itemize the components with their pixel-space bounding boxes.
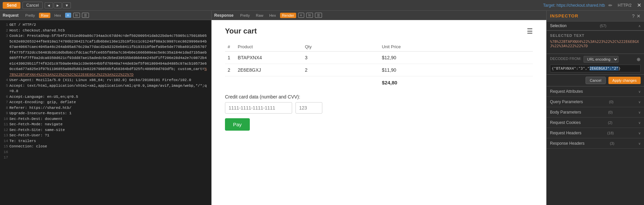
total-value: $24,80 — [379, 76, 533, 89]
col-header-product: Product — [235, 42, 302, 52]
selected-text-title: SELECTED TEXT — [550, 33, 641, 38]
inspector-panel: INSPECTOR ? ✕ Selection (57) ∧ SELECTED … — [547, 11, 644, 205]
request-cookies-label: Request Cookies — [550, 120, 581, 125]
main-layout: Request Pretty Raw Hex ≡ \n ☰ 1 GET / HT… — [0, 11, 644, 205]
request-code-area: 1 GET / HTTP/2 2 Host: checkout.shared.h… — [0, 20, 211, 205]
row1-qty: 3 — [302, 52, 379, 64]
tab-raw-request[interactable]: Raw — [39, 13, 50, 18]
tab-icon-nl-request[interactable]: \n — [73, 13, 80, 18]
inspector-help-button[interactable]: ? — [632, 13, 635, 19]
cart-table: # Product Qty Unit Price 1 BTAPXNX4 3 $1… — [225, 42, 533, 89]
body-params-label: Body Parameters — [550, 110, 581, 115]
response-panel: Response Pretty Raw Hex Render ≡ \n ☰ Yo… — [212, 11, 547, 205]
request-cookies-count: (2) — [608, 121, 612, 125]
tab-hex-request[interactable]: Hex — [52, 13, 63, 18]
code-line-8: 8 Referer: https://shared.htb/ — [3, 105, 209, 111]
collapsible-request-attributes: Request Attributes ∨ — [547, 86, 644, 97]
col-header-qty: Qty — [302, 42, 379, 52]
tab-pretty-request[interactable]: Pretty — [23, 13, 37, 18]
row2-product: 2E6E8GXJ — [235, 64, 302, 76]
collapsible-query-params: Query Parameters (0) ∨ — [547, 97, 644, 107]
card-number-input[interactable] — [225, 102, 292, 114]
request-headers-header[interactable]: Request Headers (18) ∨ — [547, 128, 644, 138]
add-decoded-button[interactable]: ⊕ — [637, 57, 641, 62]
selection-row[interactable]: Selection (57) ∧ — [547, 21, 644, 30]
top-bar: Send Cancel ◄ ► ▼ Target: https://checko… — [0, 0, 644, 11]
body-params-count: (0) — [608, 110, 612, 114]
cart-container: Your cart ☰ # Product Qty Unit Price — [212, 20, 546, 137]
decoded-section: DECODED FROM: URL encoding ⊕ {"BTAPXNX4"… — [547, 54, 644, 75]
hamburger-icon[interactable]: ☰ — [527, 27, 533, 35]
response-headers-header[interactable]: Response Headers (3) ∨ — [547, 138, 644, 148]
cart-title: Your cart — [225, 27, 257, 36]
cvv-input[interactable] — [295, 102, 322, 114]
pay-button[interactable]: Pay — [225, 118, 250, 131]
selection-section: Selection (57) ∧ — [547, 21, 644, 31]
query-params-header[interactable]: Query Parameters (0) ∨ — [547, 97, 644, 107]
request-panel-header: Request Pretty Raw Hex ≡ \n ☰ — [0, 11, 211, 20]
code-line-17: 17 — [3, 155, 209, 160]
target-prefix: Target: — [543, 3, 557, 8]
code-line-7: 7 Accept-Encoding: gzip, deflate — [3, 99, 209, 105]
cart-header: Your cart ☰ — [225, 27, 533, 36]
code-line-2: 2 Host: checkout.shared.htb — [3, 28, 209, 33]
code-line-11: 11 Sec-Fetch-Mode: navigate — [3, 122, 209, 127]
credit-inputs — [225, 102, 533, 114]
decoded-row: DECODED FROM: URL encoding ⊕ — [550, 56, 641, 63]
query-params-label: Query Parameters — [550, 99, 583, 104]
request-attributes-chevron-icon: ∨ — [638, 90, 641, 93]
response-headers-label: Response Headers — [550, 141, 585, 146]
code-line-1: 1 GET / HTTP/2 — [3, 22, 209, 28]
request-attributes-header[interactable]: Request Attributes ∨ — [547, 86, 644, 96]
row2-price: $11,90 — [379, 64, 533, 76]
tab-icon-menu-request[interactable]: ☰ — [82, 13, 89, 18]
row2-num: 2 — [225, 64, 235, 76]
selected-text-section: SELECTED TEXT %7B%22BTAPXNX4%22%3A%223%2… — [547, 31, 644, 54]
query-params-count: (0) — [609, 100, 613, 104]
credit-section: Credit card data (number and CVV): Pay — [225, 94, 533, 131]
action-cancel-button[interactable]: Cancel — [586, 77, 606, 84]
code-line-16: 16 — [3, 149, 209, 155]
response-tab-bar: Response Pretty Raw Hex Render ≡ \n ☰ — [212, 11, 546, 20]
code-line-4: 4 User-Agent: Mozilla/5.0 (X11; Linux x8… — [3, 77, 209, 83]
decoded-value: {"BTAPXNX4":"3","2E6E8GXJ":"2"} — [550, 65, 641, 72]
credit-label: Credit card data (number and CVV): — [225, 94, 533, 99]
decoded-encoding-select[interactable]: URL encoding — [584, 56, 618, 63]
cancel-button[interactable]: Cancel — [22, 2, 42, 9]
code-line-10: 10 Sec-Fetch-Dest: document — [3, 116, 209, 122]
body-params-header[interactable]: Body Parameters (0) ∨ — [547, 107, 644, 117]
inspector-close-button[interactable]: ✕ — [637, 13, 641, 19]
collapsible-body-params: Body Parameters (0) ∨ — [547, 107, 644, 118]
nav-forward-button[interactable]: ► — [54, 2, 62, 8]
tab-icon-menu-response[interactable]: ☰ — [315, 13, 322, 18]
tab-icon-lines-response[interactable]: ≡ — [298, 13, 304, 18]
request-cookies-header[interactable]: Request Cookies (2) ∨ — [547, 118, 644, 128]
close-button[interactable]: ✕ — [637, 2, 641, 8]
inspector-header: INSPECTOR ? ✕ — [547, 11, 644, 21]
tab-hex-response[interactable]: Hex — [267, 13, 278, 18]
send-button[interactable]: Send — [3, 2, 20, 9]
nav-dropdown-button[interactable]: ▼ — [62, 2, 71, 8]
tab-pretty-response[interactable]: Pretty — [238, 13, 252, 18]
code-line-5: 5 Accept: text/html,application/xhtml+xm… — [3, 83, 209, 94]
apply-changes-button[interactable]: Apply changes — [608, 77, 641, 84]
decoded-from-label: DECODED FROM: — [550, 57, 582, 61]
selected-text-value: %7B%22BTAPXNX4%22%3A%223%22%2C%222E6E8GX… — [550, 40, 641, 48]
nav-arrows: ◄ ► ▼ — [45, 2, 71, 8]
tab-render-response[interactable]: Render — [280, 13, 296, 18]
edit-icon[interactable]: ✏ — [607, 3, 614, 8]
request-headers-label: Request Headers — [550, 131, 581, 135]
code-line-12: 12 Sec-Fetch-Site: same-site — [3, 127, 209, 133]
nav-back-button[interactable]: ◄ — [45, 2, 53, 8]
selection-chevron-icon: ∧ — [638, 24, 641, 28]
query-params-chevron-icon: ∨ — [638, 100, 641, 104]
target-info: Target: https://checkout.shared.htb — [543, 3, 605, 8]
collapsible-sections: Request Attributes ∨ Query Parameters (0… — [547, 86, 644, 205]
col-header-hash: # — [225, 42, 235, 52]
tab-raw-response[interactable]: Raw — [254, 13, 265, 18]
tab-icon-nl-response[interactable]: \n — [306, 13, 313, 18]
code-line-13: 13 Sec-Fetch-User: ?1 — [3, 133, 209, 138]
tab-icon-lines-request[interactable]: ≡ — [65, 13, 71, 18]
response-content: Your cart ☰ # Product Qty Unit Price — [212, 20, 546, 205]
row1-price: $12,90 — [379, 52, 533, 64]
